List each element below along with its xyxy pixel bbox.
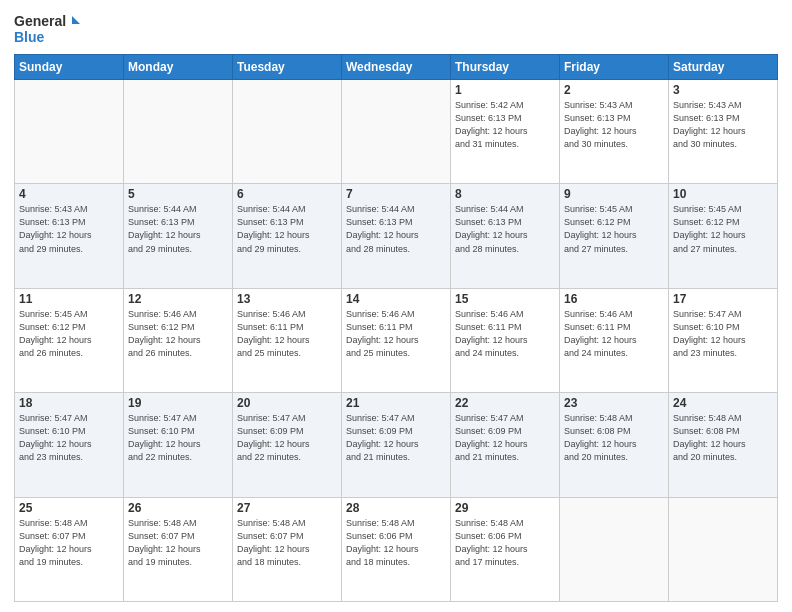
day-number: 1 [455,83,555,97]
day-info: Sunrise: 5:47 AM Sunset: 6:09 PM Dayligh… [346,412,446,464]
day-info: Sunrise: 5:43 AM Sunset: 6:13 PM Dayligh… [673,99,773,151]
calendar-day-27: 27Sunrise: 5:48 AM Sunset: 6:07 PM Dayli… [233,497,342,601]
calendar-week-row: 11Sunrise: 5:45 AM Sunset: 6:12 PM Dayli… [15,288,778,392]
day-number: 5 [128,187,228,201]
day-info: Sunrise: 5:47 AM Sunset: 6:09 PM Dayligh… [237,412,337,464]
calendar-day-13: 13Sunrise: 5:46 AM Sunset: 6:11 PM Dayli… [233,288,342,392]
day-info: Sunrise: 5:45 AM Sunset: 6:12 PM Dayligh… [673,203,773,255]
day-info: Sunrise: 5:48 AM Sunset: 6:07 PM Dayligh… [19,517,119,569]
day-info: Sunrise: 5:47 AM Sunset: 6:10 PM Dayligh… [128,412,228,464]
weekday-header-tuesday: Tuesday [233,55,342,80]
day-number: 13 [237,292,337,306]
calendar-day-9: 9Sunrise: 5:45 AM Sunset: 6:12 PM Daylig… [560,184,669,288]
calendar-day-empty [342,80,451,184]
day-number: 12 [128,292,228,306]
day-number: 15 [455,292,555,306]
weekday-header-wednesday: Wednesday [342,55,451,80]
calendar-day-3: 3Sunrise: 5:43 AM Sunset: 6:13 PM Daylig… [669,80,778,184]
day-info: Sunrise: 5:46 AM Sunset: 6:11 PM Dayligh… [237,308,337,360]
calendar-day-16: 16Sunrise: 5:46 AM Sunset: 6:11 PM Dayli… [560,288,669,392]
calendar-week-row: 1Sunrise: 5:42 AM Sunset: 6:13 PM Daylig… [15,80,778,184]
calendar-day-empty [669,497,778,601]
header: General Blue [14,10,778,46]
day-info: Sunrise: 5:46 AM Sunset: 6:11 PM Dayligh… [455,308,555,360]
day-info: Sunrise: 5:48 AM Sunset: 6:06 PM Dayligh… [346,517,446,569]
day-number: 17 [673,292,773,306]
calendar-day-8: 8Sunrise: 5:44 AM Sunset: 6:13 PM Daylig… [451,184,560,288]
calendar-day-empty [233,80,342,184]
calendar-day-4: 4Sunrise: 5:43 AM Sunset: 6:13 PM Daylig… [15,184,124,288]
day-number: 14 [346,292,446,306]
day-info: Sunrise: 5:47 AM Sunset: 6:10 PM Dayligh… [19,412,119,464]
day-number: 24 [673,396,773,410]
calendar-day-21: 21Sunrise: 5:47 AM Sunset: 6:09 PM Dayli… [342,393,451,497]
day-number: 4 [19,187,119,201]
day-number: 21 [346,396,446,410]
day-info: Sunrise: 5:48 AM Sunset: 6:07 PM Dayligh… [237,517,337,569]
day-info: Sunrise: 5:48 AM Sunset: 6:07 PM Dayligh… [128,517,228,569]
day-number: 28 [346,501,446,515]
day-info: Sunrise: 5:46 AM Sunset: 6:12 PM Dayligh… [128,308,228,360]
day-number: 19 [128,396,228,410]
calendar-day-2: 2Sunrise: 5:43 AM Sunset: 6:13 PM Daylig… [560,80,669,184]
logo: General Blue [14,10,84,46]
day-info: Sunrise: 5:44 AM Sunset: 6:13 PM Dayligh… [455,203,555,255]
calendar-day-24: 24Sunrise: 5:48 AM Sunset: 6:08 PM Dayli… [669,393,778,497]
day-info: Sunrise: 5:48 AM Sunset: 6:08 PM Dayligh… [673,412,773,464]
day-number: 22 [455,396,555,410]
day-number: 23 [564,396,664,410]
day-info: Sunrise: 5:48 AM Sunset: 6:06 PM Dayligh… [455,517,555,569]
day-number: 8 [455,187,555,201]
day-info: Sunrise: 5:43 AM Sunset: 6:13 PM Dayligh… [564,99,664,151]
logo-svg: General Blue [14,10,84,46]
calendar-day-19: 19Sunrise: 5:47 AM Sunset: 6:10 PM Dayli… [124,393,233,497]
calendar-week-row: 4Sunrise: 5:43 AM Sunset: 6:13 PM Daylig… [15,184,778,288]
calendar-day-23: 23Sunrise: 5:48 AM Sunset: 6:08 PM Dayli… [560,393,669,497]
calendar-day-22: 22Sunrise: 5:47 AM Sunset: 6:09 PM Dayli… [451,393,560,497]
day-number: 10 [673,187,773,201]
svg-text:General: General [14,13,66,29]
calendar-day-26: 26Sunrise: 5:48 AM Sunset: 6:07 PM Dayli… [124,497,233,601]
day-number: 16 [564,292,664,306]
calendar-day-14: 14Sunrise: 5:46 AM Sunset: 6:11 PM Dayli… [342,288,451,392]
calendar-day-empty [560,497,669,601]
day-number: 26 [128,501,228,515]
day-info: Sunrise: 5:42 AM Sunset: 6:13 PM Dayligh… [455,99,555,151]
calendar-day-5: 5Sunrise: 5:44 AM Sunset: 6:13 PM Daylig… [124,184,233,288]
page: General Blue SundayMondayTuesdayWednesda… [0,0,792,612]
day-info: Sunrise: 5:43 AM Sunset: 6:13 PM Dayligh… [19,203,119,255]
calendar-day-15: 15Sunrise: 5:46 AM Sunset: 6:11 PM Dayli… [451,288,560,392]
calendar-day-11: 11Sunrise: 5:45 AM Sunset: 6:12 PM Dayli… [15,288,124,392]
weekday-header-monday: Monday [124,55,233,80]
calendar-day-empty [124,80,233,184]
svg-marker-2 [72,16,80,24]
day-info: Sunrise: 5:47 AM Sunset: 6:10 PM Dayligh… [673,308,773,360]
day-number: 25 [19,501,119,515]
weekday-header-row: SundayMondayTuesdayWednesdayThursdayFrid… [15,55,778,80]
weekday-header-friday: Friday [560,55,669,80]
weekday-header-saturday: Saturday [669,55,778,80]
day-number: 20 [237,396,337,410]
day-info: Sunrise: 5:45 AM Sunset: 6:12 PM Dayligh… [564,203,664,255]
day-info: Sunrise: 5:44 AM Sunset: 6:13 PM Dayligh… [128,203,228,255]
day-info: Sunrise: 5:48 AM Sunset: 6:08 PM Dayligh… [564,412,664,464]
weekday-header-sunday: Sunday [15,55,124,80]
day-number: 18 [19,396,119,410]
day-number: 9 [564,187,664,201]
calendar-week-row: 25Sunrise: 5:48 AM Sunset: 6:07 PM Dayli… [15,497,778,601]
calendar-day-empty [15,80,124,184]
calendar-day-17: 17Sunrise: 5:47 AM Sunset: 6:10 PM Dayli… [669,288,778,392]
day-number: 11 [19,292,119,306]
calendar-day-1: 1Sunrise: 5:42 AM Sunset: 6:13 PM Daylig… [451,80,560,184]
day-number: 27 [237,501,337,515]
day-number: 6 [237,187,337,201]
day-info: Sunrise: 5:47 AM Sunset: 6:09 PM Dayligh… [455,412,555,464]
day-info: Sunrise: 5:44 AM Sunset: 6:13 PM Dayligh… [346,203,446,255]
day-number: 7 [346,187,446,201]
calendar-day-6: 6Sunrise: 5:44 AM Sunset: 6:13 PM Daylig… [233,184,342,288]
calendar-day-29: 29Sunrise: 5:48 AM Sunset: 6:06 PM Dayli… [451,497,560,601]
day-info: Sunrise: 5:46 AM Sunset: 6:11 PM Dayligh… [564,308,664,360]
day-info: Sunrise: 5:44 AM Sunset: 6:13 PM Dayligh… [237,203,337,255]
calendar-table: SundayMondayTuesdayWednesdayThursdayFrid… [14,54,778,602]
day-number: 2 [564,83,664,97]
